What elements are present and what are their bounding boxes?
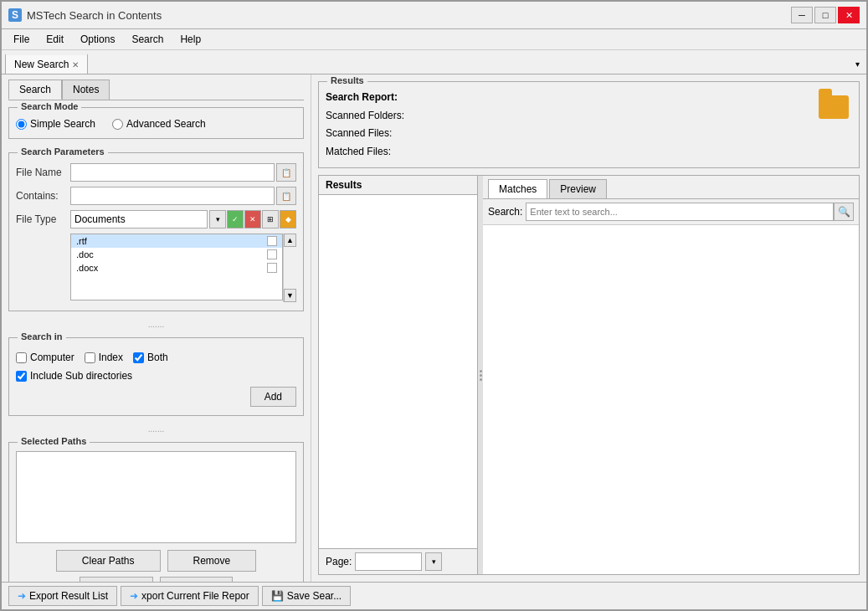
minimize-button[interactable]: ─ [791,7,813,23]
results-list-content [319,195,477,548]
inner-tabs: Search Notes [2,74,311,100]
preview-search-row: Search: 🔍 [483,199,859,225]
tab-matches[interactable]: Matches [488,179,547,198]
remove-button[interactable]: Remove [167,550,257,572]
export-file-btn[interactable]: ➜ xport Current File Repor [121,586,259,606]
filename-browse-btn[interactable]: 📋 [276,163,296,182]
menu-help[interactable]: Help [173,31,208,48]
cb-computer[interactable]: Computer [16,352,74,363]
results-group: Results Search Report: Scanned Folders: … [318,81,860,168]
search-mode-title: Search Mode [18,101,81,111]
preview-search-btn[interactable]: 🔍 [834,203,854,221]
radio-advanced[interactable]: Advanced Search [112,118,206,130]
filetype-scroll-up[interactable]: ▲ [284,234,296,247]
filetype-grid-btn[interactable]: ⊞ [262,210,279,228]
page-label: Page: [326,556,352,567]
add-button[interactable]: Add [250,387,296,407]
filetype-item-docx[interactable]: .docx [71,261,282,275]
selected-paths-group: Selected Paths Clear Paths Remove Start … [8,442,304,582]
results-main-area: Results Page: ▾ Ma [318,175,860,575]
clear-paths-button[interactable]: Clear Paths [56,550,161,572]
tab-close-icon[interactable]: ✕ [72,60,79,69]
drag-dot-2 [480,374,482,377]
bottom-bar: ➜ Export Result List ➜ xport Current Fil… [2,582,866,609]
page-dropdown-btn[interactable]: ▾ [425,552,442,571]
start-button[interactable]: Start [80,577,152,582]
cb-subdir[interactable]: Include Sub directories [16,370,296,382]
cb-index-input[interactable] [85,352,95,363]
export-result-icon: ➜ [18,590,26,602]
tab-notes[interactable]: Notes [62,80,110,100]
menu-edit[interactable]: Edit [39,31,70,48]
cb-both[interactable]: Both [133,352,168,363]
contains-row: Contains: 📋 [16,187,296,205]
export-file-icon: ➜ [130,590,138,602]
preview-search-input[interactable] [526,203,834,221]
menu-search[interactable]: Search [125,31,170,48]
left-panel: Search Notes Search Mode Simple Search A… [2,74,311,582]
close-button[interactable]: ✕ [838,7,860,23]
search-params-title: Search Parameters [18,146,108,157]
tab-arrow-icon[interactable]: ▾ [852,56,863,72]
filetype-controls: ▾ ✓ ✕ ⊞ ◆ [209,210,296,228]
main-tab-new-search[interactable]: New Search ✕ [5,54,88,74]
contains-input[interactable] [70,187,275,205]
filename-input[interactable] [70,163,275,182]
search-in-title: Search in [18,331,66,341]
tabbar: New Search ✕ ▾ [2,50,866,74]
filetype-select[interactable]: Documents [70,210,208,228]
radio-simple-input[interactable] [16,119,27,130]
search-in-row: Computer Index Both [16,348,296,367]
export-file-label: xport Current File Repor [141,590,249,602]
filetype-item-doc[interactable]: .doc [71,248,282,261]
drag-dot-3 [480,378,482,381]
tab-search[interactable]: Search [8,80,62,100]
filetype-scroll-down[interactable]: ▼ [284,289,296,302]
filetype-check-rtf [267,236,277,246]
scanned-folders-label: Scanned Folders: [326,110,404,121]
cb-subdir-label: Include Sub directories [30,370,132,382]
contains-browse-btn[interactable]: 📋 [276,187,296,205]
filetype-list-wrapper: .rtf .doc .docx [70,234,296,302]
results-group-title: Results [327,75,367,85]
filetype-row: File Type Documents ▾ ✓ ✕ ⊞ ◆ [16,210,296,228]
filetype-x-btn[interactable]: ✕ [244,210,261,228]
radio-advanced-input[interactable] [112,119,123,130]
paths-buttons: Clear Paths Remove [16,550,296,572]
radio-simple[interactable]: Simple Search [16,118,95,130]
filetype-check-btn[interactable]: ✓ [227,210,244,228]
save-search-icon: 💾 [271,590,284,602]
main-content: Search Notes Search Mode Simple Search A… [2,74,866,582]
folder-body [819,95,849,119]
folder-icon[interactable] [819,89,852,119]
cb-subdir-input[interactable] [16,371,27,382]
main-window: S MSTech Search in Contents ─ □ ✕ File E… [0,0,868,611]
search-in-group: Search in Computer Index Both [8,337,304,416]
filetype-diamond-btn[interactable]: ◆ [280,210,296,228]
divider-dots-1: ....... [2,318,311,331]
save-search-label: Save Sear... [287,590,342,602]
filetype-check-docx [267,263,277,273]
menu-options[interactable]: Options [74,31,121,48]
menu-file[interactable]: File [7,31,36,48]
save-search-btn[interactable]: 💾 Save Sear... [262,586,351,606]
export-result-btn[interactable]: ➜ Export Result List [8,586,117,606]
cb-both-input[interactable] [133,352,144,363]
contains-label: Contains: [16,190,70,202]
stop-button[interactable]: Stop [160,577,233,582]
filetype-dropdown-btn[interactable]: ▾ [209,210,226,228]
filename-label: File Name [16,167,70,178]
window-controls: ─ □ ✕ [791,7,860,23]
tab-label: New Search [14,59,69,70]
filetype-item-rtf[interactable]: .rtf [71,234,282,248]
page-input[interactable] [355,552,422,571]
cb-computer-input[interactable] [16,352,27,363]
tab-preview[interactable]: Preview [549,179,607,198]
filetype-check-doc [267,249,277,259]
radio-advanced-label: Advanced Search [126,118,206,130]
export-result-label: Export Result List [29,590,108,602]
cb-index[interactable]: Index [85,352,123,363]
filename-row: File Name 📋 [16,163,296,182]
restore-button[interactable]: □ [814,7,836,23]
titlebar: S MSTech Search in Contents ─ □ ✕ [2,2,866,29]
